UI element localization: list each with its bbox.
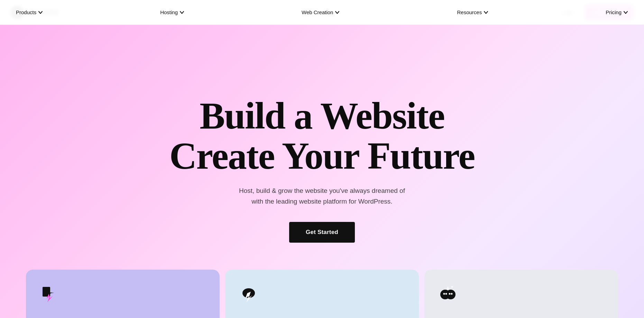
hero-title-line1: Build a Website: [200, 95, 444, 137]
hero-subtitle: Host, build & grow the website you've al…: [239, 186, 405, 207]
card-builder: [26, 270, 220, 318]
cloud-lightning-icon: [238, 283, 260, 305]
chevron-down-icon: [484, 10, 488, 15]
nav-links: Products Hosting Web Creation Resources …: [0, 0, 644, 25]
nav-hosting-label: Hosting: [160, 9, 178, 15]
svg-point-13: [449, 293, 451, 295]
nav-item-resources[interactable]: Resources: [452, 7, 493, 18]
hero-section: Build a Website Create Your Future Host,…: [0, 0, 644, 318]
navbar: elementor Products Hosting Web Creation …: [0, 0, 644, 25]
nav-left: elementor Products Hosting Web Creation …: [11, 6, 59, 19]
card-ai: [424, 270, 618, 318]
chevron-down-icon: [180, 10, 184, 15]
nav-pricing-label: Pricing: [606, 9, 622, 15]
svg-point-10: [446, 290, 456, 299]
nav-item-pricing[interactable]: Pricing: [601, 7, 633, 18]
chevron-down-icon: [335, 10, 340, 15]
feature-cards: [0, 270, 644, 318]
svg-point-11: [443, 293, 445, 295]
svg-point-14: [451, 293, 453, 295]
nav-item-products[interactable]: Products: [11, 7, 48, 18]
hero-title-line2: Create Your Future: [169, 135, 475, 177]
chevron-down-icon: [38, 10, 43, 15]
card-hosting: [225, 270, 419, 318]
chevron-down-icon: [623, 10, 628, 15]
get-started-hero-button[interactable]: Get Started: [289, 222, 355, 243]
nav-web-creation-label: Web Creation: [302, 9, 333, 15]
nav-item-hosting[interactable]: Hosting: [155, 7, 189, 18]
builder-icon: [38, 283, 61, 305]
ai-stars-icon: [437, 283, 459, 305]
nav-resources-label: Resources: [457, 9, 482, 15]
svg-point-12: [445, 293, 447, 295]
hero-title: Build a Website Create Your Future: [169, 96, 475, 176]
nav-item-web-creation[interactable]: Web Creation: [297, 7, 344, 18]
nav-products-label: Products: [16, 9, 36, 15]
